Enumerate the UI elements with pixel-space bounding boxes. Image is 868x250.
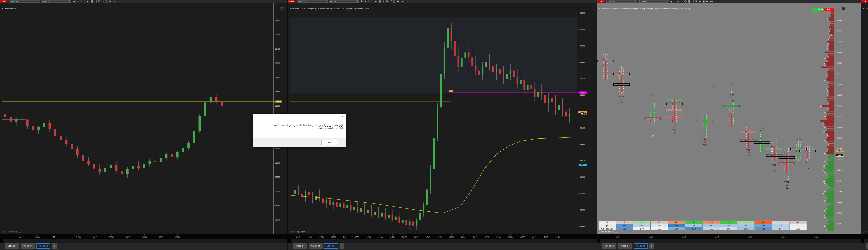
w2-collapse-left-button[interactable]: ◀ bbox=[288, 240, 290, 243]
w3-fix-scale-button[interactable]: F bbox=[842, 7, 845, 10]
svg-text:9: 9 bbox=[826, 137, 827, 139]
table-cell: -28 bbox=[703, 220, 720, 224]
w1-chart-menu-button[interactable]: Chart bbox=[0, 0, 7, 3]
w1-interval-select[interactable]: 60 Minute▼ bbox=[41, 0, 71, 3]
w3-zoom-in-icon[interactable] bbox=[677, 0, 679, 3]
svg-text:8: 8 bbox=[826, 54, 827, 55]
w3-tab-1[interactable]: YM 03-24 bbox=[602, 243, 616, 249]
w3-chart-menu-button[interactable]: Chart bbox=[597, 0, 604, 3]
svg-text:3: 3 bbox=[652, 97, 653, 99]
svg-text:V 223: V 223 bbox=[702, 138, 708, 140]
w2-indicators-icon[interactable] bbox=[386, 0, 389, 3]
w1-zoom-out-icon[interactable] bbox=[83, 0, 86, 3]
w2-report-icon[interactable] bbox=[378, 0, 381, 3]
zoom-out-icon bbox=[371, 0, 374, 3]
w2-chart-menu-button[interactable]: Chart bbox=[288, 0, 295, 3]
svg-text:20:30: 20:30 bbox=[19, 236, 24, 238]
w3-zoom-out-icon[interactable] bbox=[681, 0, 683, 3]
w4-collapse-left-button[interactable]: ◀ bbox=[861, 240, 864, 243]
svg-text:5: 5 bbox=[772, 156, 773, 158]
w1-line-tool-icon[interactable] bbox=[101, 0, 104, 3]
w2-tab-1[interactable]: YM 03-24 bbox=[293, 243, 307, 249]
w1-candles-icon[interactable] bbox=[72, 0, 75, 3]
w4-chart-menu-button[interactable]: Chart bbox=[861, 0, 868, 3]
w2-interval-select[interactable]: 5 Minute▼ bbox=[329, 0, 359, 3]
w2-line-tool-icon[interactable] bbox=[390, 0, 392, 3]
interval-value: 5 Minute bbox=[330, 1, 336, 2]
w1-pencil-icon[interactable] bbox=[76, 0, 79, 3]
w2-add-tab-button[interactable]: + bbox=[340, 243, 344, 249]
w2-zoom-in-icon[interactable] bbox=[368, 0, 370, 3]
w3-line-tool-icon[interactable] bbox=[699, 0, 701, 3]
w2-chart-trader-icon[interactable] bbox=[382, 0, 385, 3]
w3-report-icon[interactable] bbox=[688, 0, 690, 3]
svg-text:38519: 38519 bbox=[838, 150, 842, 152]
w2-instrument-select[interactable]: YM 03-24▼ bbox=[297, 0, 328, 3]
w3-crosshair-icon[interactable] bbox=[684, 0, 687, 3]
table-cell: 1.06 bbox=[737, 227, 755, 230]
svg-text:5: 5 bbox=[603, 58, 604, 60]
svg-text:V 93: V 93 bbox=[730, 100, 734, 102]
w2-candles-icon[interactable] bbox=[360, 0, 363, 3]
w1-fix-scale-button[interactable]: F bbox=[280, 7, 284, 10]
w1-collapse-left-button[interactable]: ◀ bbox=[0, 240, 3, 243]
report-icon bbox=[91, 0, 93, 3]
w1-strategy-icon[interactable] bbox=[105, 0, 108, 3]
w3-toolbar-button-ofb[interactable]: OfB bbox=[710, 1, 714, 2]
w1-toolbar-button-ofb[interactable]: OfB bbox=[113, 1, 117, 2]
dialog-ok-button[interactable]: OK bbox=[321, 140, 338, 145]
w1-crosshair-icon[interactable] bbox=[87, 0, 90, 3]
w3-add-tab-button[interactable]: + bbox=[649, 243, 654, 249]
svg-text:7: 7 bbox=[784, 150, 785, 152]
w1-report-icon[interactable] bbox=[91, 0, 93, 3]
w2-zoom-out-icon[interactable] bbox=[371, 0, 374, 3]
w2-toolbar-button-ofb[interactable]: OfB bbox=[400, 1, 404, 2]
table-cell: 152 bbox=[755, 224, 772, 227]
dialog-close-icon[interactable]: ✕ bbox=[340, 115, 344, 118]
svg-text:38750: 38750 bbox=[275, 34, 280, 36]
svg-text:38575: 38575 bbox=[837, 30, 842, 32]
w1-add-tab-button[interactable]: + bbox=[52, 243, 57, 249]
w3-instrument-select[interactable]: YM 03-24▼ bbox=[607, 0, 637, 3]
svg-text:6: 6 bbox=[828, 32, 829, 34]
w3-interval-select[interactable]: 10 Range▼ bbox=[638, 0, 669, 3]
svg-text:6: 6 bbox=[828, 39, 829, 40]
svg-text:1: 1 bbox=[623, 66, 624, 68]
svg-text:4: 4 bbox=[703, 133, 704, 135]
svg-text:38535: 38535 bbox=[837, 116, 842, 118]
w2-tab-2[interactable]: YM 03-24 bbox=[309, 243, 322, 249]
svg-text:3: 3 bbox=[676, 103, 677, 105]
w1-tab-2[interactable]: YM 03-24 bbox=[21, 243, 35, 249]
svg-text:12: 12 bbox=[783, 159, 785, 161]
svg-text:20:45: 20:45 bbox=[532, 236, 536, 238]
w2-crosshair-icon[interactable] bbox=[375, 0, 377, 3]
w2-pencil-icon[interactable] bbox=[364, 0, 367, 3]
w2-list-icon[interactable] bbox=[397, 0, 399, 3]
w4-tab-1[interactable]: YM 03-24 bbox=[866, 243, 868, 249]
w3-chart-trader-icon[interactable] bbox=[691, 0, 694, 3]
svg-text:14: 14 bbox=[745, 139, 747, 141]
w1-instrument-select[interactable]: YM 03-24▼ bbox=[9, 0, 40, 3]
svg-text:38400: 38400 bbox=[580, 209, 585, 211]
w2-strategy-icon[interactable] bbox=[393, 0, 396, 3]
w3-candles-icon[interactable] bbox=[670, 0, 672, 3]
w2-indicator-title: Pivots(YM 03-24 (5 Minute),Daily,Calcula… bbox=[289, 8, 369, 10]
w1-zoom-in-icon[interactable] bbox=[80, 0, 82, 3]
svg-text:11: 11 bbox=[776, 144, 777, 146]
svg-text:7: 7 bbox=[827, 204, 828, 206]
w3-list-icon[interactable] bbox=[706, 0, 709, 3]
w1-tab-1[interactable]: YM 03-24 bbox=[5, 243, 19, 249]
w3-tab-3[interactable]: YM 03-24 bbox=[633, 243, 648, 249]
w3-collapse-left-button[interactable]: ◀ bbox=[597, 240, 600, 243]
w1-tab-3[interactable]: YM 03-24 bbox=[36, 243, 50, 249]
w1-list-icon[interactable] bbox=[109, 0, 112, 3]
svg-text:1: 1 bbox=[607, 73, 608, 75]
w4-scroll-strip: ◀ bbox=[861, 239, 868, 243]
w2-tab-3[interactable]: YM 03-24 bbox=[324, 243, 338, 249]
w3-strategy-icon[interactable] bbox=[702, 0, 705, 3]
w3-pencil-icon[interactable] bbox=[673, 0, 676, 3]
w3-indicators-icon[interactable] bbox=[695, 0, 698, 3]
w1-chart-trader-icon[interactable] bbox=[94, 0, 97, 3]
w1-indicators-icon[interactable] bbox=[98, 0, 100, 3]
w3-tab-2[interactable]: YM 03-24 bbox=[618, 243, 632, 249]
